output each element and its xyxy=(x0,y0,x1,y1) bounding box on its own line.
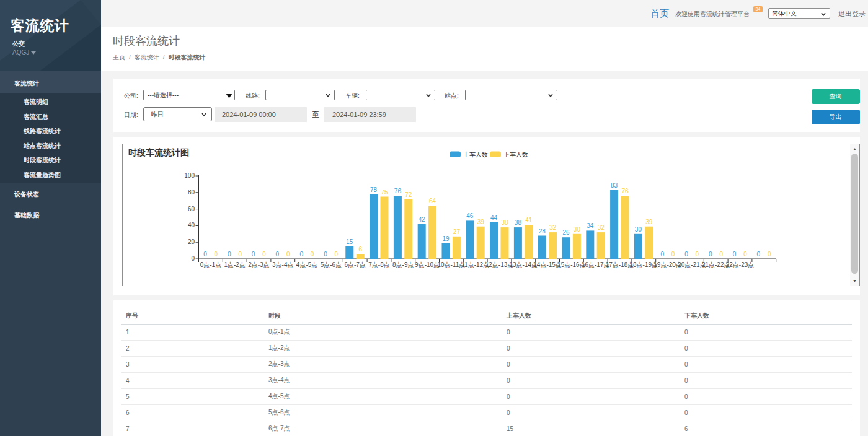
svg-text:42: 42 xyxy=(418,216,426,223)
svg-text:30: 30 xyxy=(574,226,581,233)
svg-text:39: 39 xyxy=(477,219,485,225)
svg-text:44: 44 xyxy=(490,214,498,221)
svg-text:0: 0 xyxy=(733,251,737,258)
svg-text:38: 38 xyxy=(501,219,508,226)
svg-text:0: 0 xyxy=(215,251,218,258)
svg-text:0: 0 xyxy=(276,251,280,258)
svg-text:6点-7点: 6点-7点 xyxy=(344,261,365,268)
svg-text:0: 0 xyxy=(684,251,688,258)
svg-text:2点-3点: 2点-3点 xyxy=(248,261,269,268)
svg-text:3点-4点: 3点-4点 xyxy=(272,261,293,268)
svg-text:28: 28 xyxy=(539,228,546,235)
svg-text:0: 0 xyxy=(299,251,303,258)
svg-text:20: 20 xyxy=(188,238,195,245)
svg-text:0: 0 xyxy=(262,251,266,258)
svg-text:32: 32 xyxy=(549,224,557,231)
svg-text:32: 32 xyxy=(598,224,605,231)
svg-text:0: 0 xyxy=(252,251,255,258)
svg-text:100: 100 xyxy=(184,172,195,179)
svg-text:0: 0 xyxy=(719,251,723,258)
svg-text:7点-8点: 7点-8点 xyxy=(368,261,389,268)
svg-text:15: 15 xyxy=(346,238,353,245)
svg-text:76: 76 xyxy=(621,188,629,194)
svg-text:60: 60 xyxy=(188,206,195,212)
svg-text:0点-1点: 0点-1点 xyxy=(200,261,221,268)
svg-text:0: 0 xyxy=(709,251,712,258)
svg-text:0: 0 xyxy=(203,251,207,258)
svg-text:上车人数: 上车人数 xyxy=(463,151,488,158)
svg-text:39: 39 xyxy=(645,219,653,225)
svg-text:0: 0 xyxy=(286,251,290,258)
svg-text:1点-2点: 1点-2点 xyxy=(224,261,245,268)
svg-text:40: 40 xyxy=(188,222,195,229)
svg-text:0: 0 xyxy=(743,251,747,258)
svg-text:时段车流统计图: 时段车流统计图 xyxy=(128,147,189,157)
svg-text:72: 72 xyxy=(405,191,412,198)
svg-text:0: 0 xyxy=(671,251,675,258)
svg-text:19: 19 xyxy=(442,235,450,242)
svg-text:30: 30 xyxy=(635,226,642,233)
svg-text:下车人数: 下车人数 xyxy=(503,151,528,158)
svg-text:0: 0 xyxy=(191,255,195,262)
svg-text:22点-23点: 22点-23点 xyxy=(726,261,755,268)
svg-text:0: 0 xyxy=(757,251,761,258)
svg-text:0: 0 xyxy=(311,251,314,258)
svg-text:83: 83 xyxy=(611,182,618,189)
svg-text:0: 0 xyxy=(238,251,242,258)
svg-text:34: 34 xyxy=(587,222,594,229)
svg-text:75: 75 xyxy=(381,189,388,196)
svg-text:5点-6点: 5点-6点 xyxy=(321,261,342,268)
svg-text:9点-10点: 9点-10点 xyxy=(415,261,440,268)
svg-text:0: 0 xyxy=(660,251,664,258)
svg-text:38: 38 xyxy=(515,219,522,226)
svg-text:0: 0 xyxy=(228,251,231,258)
svg-text:26: 26 xyxy=(562,229,570,236)
svg-text:27: 27 xyxy=(453,229,461,235)
svg-text:46: 46 xyxy=(466,212,474,219)
svg-text:0: 0 xyxy=(324,251,327,258)
svg-text:78: 78 xyxy=(370,186,378,193)
svg-text:0: 0 xyxy=(335,251,339,258)
svg-text:41: 41 xyxy=(525,217,533,224)
svg-text:64: 64 xyxy=(429,198,436,204)
svg-text:80: 80 xyxy=(188,189,195,196)
svg-text:76: 76 xyxy=(394,188,402,194)
svg-text:8点-9点: 8点-9点 xyxy=(392,261,414,268)
svg-text:0: 0 xyxy=(768,251,771,258)
svg-text:6: 6 xyxy=(358,246,362,253)
svg-text:4点-5点: 4点-5点 xyxy=(296,261,317,268)
svg-text:0: 0 xyxy=(696,251,699,258)
